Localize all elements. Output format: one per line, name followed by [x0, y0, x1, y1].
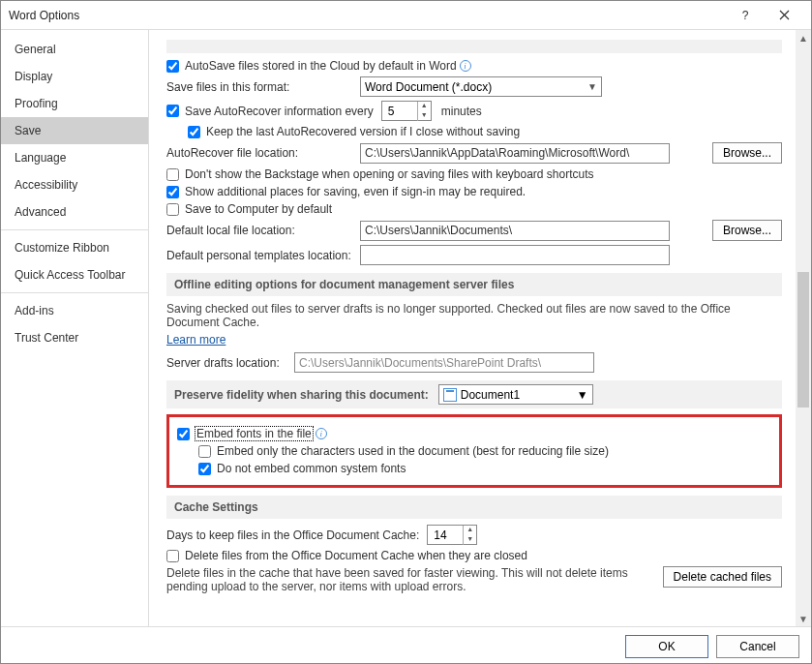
category-list[interactable]: General Display Proofing Save Language A… — [1, 30, 149, 626]
sidebar-item-language[interactable]: Language — [1, 144, 148, 171]
sidebar-item-customize-ribbon[interactable]: Customize Ribbon — [1, 234, 148, 261]
keep-last-label: Keep the last AutoRecovered version if I… — [206, 125, 520, 138]
save-format-value: Word Document (*.docx) — [365, 80, 492, 94]
ok-button[interactable]: OK — [625, 635, 708, 658]
server-drafts-input — [294, 352, 594, 373]
preserve-document-combo[interactable]: Document1 ▼ — [438, 384, 593, 405]
spin-down-icon[interactable]: ▼ — [418, 111, 431, 121]
autorecover-location-input[interactable] — [360, 143, 670, 164]
sidebar-item-addins[interactable]: Add-ins — [1, 297, 148, 324]
sidebar-item-save[interactable]: Save — [1, 117, 148, 144]
browse-autorecover-button[interactable]: Browse... — [712, 142, 782, 164]
no-common-fonts-label: Do not embed common system fonts — [217, 462, 406, 475]
help-button[interactable]: ? — [726, 1, 765, 30]
delete-on-close-checkbox[interactable] — [166, 550, 179, 562]
save-format-combo[interactable]: Word Document (*.docx) ▼ — [360, 76, 602, 97]
scroll-track[interactable] — [796, 45, 811, 611]
show-additional-places-checkbox[interactable] — [166, 186, 179, 198]
preserve-header-text: Preserve fidelity when sharing this docu… — [174, 388, 429, 402]
info-icon[interactable]: i — [316, 428, 327, 439]
no-common-fonts-checkbox[interactable] — [198, 463, 211, 475]
chevron-down-icon: ▼ — [577, 388, 588, 402]
options-pane: AutoSave files stored in the Cloud by de… — [149, 30, 796, 626]
close-button[interactable] — [765, 1, 803, 30]
scroll-down-icon[interactable]: ▼ — [796, 611, 811, 626]
show-additional-places-label: Show additional places for saving, even … — [185, 185, 526, 198]
autorecover-minutes-spinner[interactable]: ▲▼ — [381, 101, 432, 121]
spin-up-icon[interactable]: ▲ — [418, 102, 431, 111]
preserve-document-value: Document1 — [461, 388, 520, 402]
info-icon[interactable]: i — [460, 60, 471, 72]
vertical-scrollbar[interactable]: ▲ ▼ — [796, 30, 811, 626]
chevron-down-icon: ▼ — [582, 81, 597, 92]
sidebar-separator — [1, 229, 148, 230]
cache-days-label: Days to keep files in the Office Documen… — [166, 528, 419, 542]
save-format-label: Save files in this format: — [166, 80, 360, 94]
spin-up-icon[interactable]: ▲ — [464, 526, 476, 535]
autorecover-location-label: AutoRecover file location: — [166, 146, 360, 160]
offline-desc-text: Saving checked out files to server draft… — [166, 302, 782, 329]
cache-days-spinner[interactable]: ▲▼ — [427, 525, 477, 545]
dialog-footer: OK Cancel — [1, 626, 811, 664]
offline-section-header: Offline editing options for document man… — [166, 273, 782, 296]
sidebar-item-general[interactable]: General — [1, 36, 148, 63]
server-drafts-label: Server drafts location: — [166, 356, 294, 370]
personal-templates-input[interactable] — [360, 245, 670, 265]
embed-only-chars-checkbox[interactable] — [198, 445, 211, 458]
embed-only-chars-label: Embed only the characters used in the do… — [217, 444, 609, 458]
default-local-label: Default local file location: — [166, 224, 360, 237]
autorecover-label: Save AutoRecover information every — [185, 105, 374, 118]
spin-down-icon[interactable]: ▼ — [464, 535, 476, 545]
preserve-section-header: Preserve fidelity when sharing this docu… — [166, 380, 782, 408]
cache-days-input[interactable] — [428, 528, 463, 542]
autorecover-checkbox[interactable] — [166, 105, 179, 117]
delete-cache-desc: Delete files in the cache that have been… — [166, 566, 663, 593]
default-local-input[interactable] — [360, 221, 670, 241]
personal-templates-label: Default personal templates location: — [166, 249, 360, 262]
save-to-computer-checkbox[interactable] — [166, 203, 179, 216]
sidebar-item-trust-center[interactable]: Trust Center — [1, 324, 148, 351]
sidebar-separator — [1, 292, 148, 293]
autosave-cloud-label: AutoSave files stored in the Cloud by de… — [185, 59, 457, 73]
scroll-up-icon[interactable]: ▲ — [796, 30, 811, 45]
previous-section-edge — [166, 40, 782, 53]
sidebar-item-qat[interactable]: Quick Access Toolbar — [1, 261, 148, 288]
cache-section-header: Cache Settings — [166, 496, 782, 519]
delete-on-close-label: Delete files from the Office Document Ca… — [185, 549, 527, 562]
embed-fonts-checkbox[interactable] — [177, 428, 190, 440]
autorecover-minutes-input[interactable] — [382, 105, 417, 118]
sidebar-item-accessibility[interactable]: Accessibility — [1, 171, 148, 198]
dont-show-backstage-label: Don't show the Backstage when opening or… — [185, 167, 594, 181]
sidebar-item-display[interactable]: Display — [1, 63, 148, 90]
autosave-cloud-checkbox[interactable] — [166, 60, 179, 73]
sidebar-item-proofing[interactable]: Proofing — [1, 90, 148, 117]
title-bar: Word Options ? — [1, 1, 811, 30]
cancel-button[interactable]: Cancel — [716, 635, 799, 658]
highlighted-embed-section: Embed fonts in the file i Embed only the… — [166, 414, 782, 488]
sidebar-item-advanced[interactable]: Advanced — [1, 198, 148, 226]
dialog-title: Word Options — [9, 9, 726, 22]
close-icon — [779, 10, 790, 20]
document-icon — [443, 388, 457, 402]
learn-more-link[interactable]: Learn more — [166, 333, 226, 347]
keep-last-checkbox[interactable] — [188, 126, 200, 138]
browse-default-local-button[interactable]: Browse... — [712, 220, 782, 241]
minutes-label: minutes — [441, 105, 482, 118]
delete-cached-files-button[interactable]: Delete cached files — [663, 566, 782, 588]
save-to-computer-label: Save to Computer by default — [185, 202, 332, 216]
scroll-thumb[interactable] — [797, 272, 809, 407]
embed-fonts-label: Embed fonts in the file — [195, 427, 313, 440]
dont-show-backstage-checkbox[interactable] — [166, 168, 179, 181]
